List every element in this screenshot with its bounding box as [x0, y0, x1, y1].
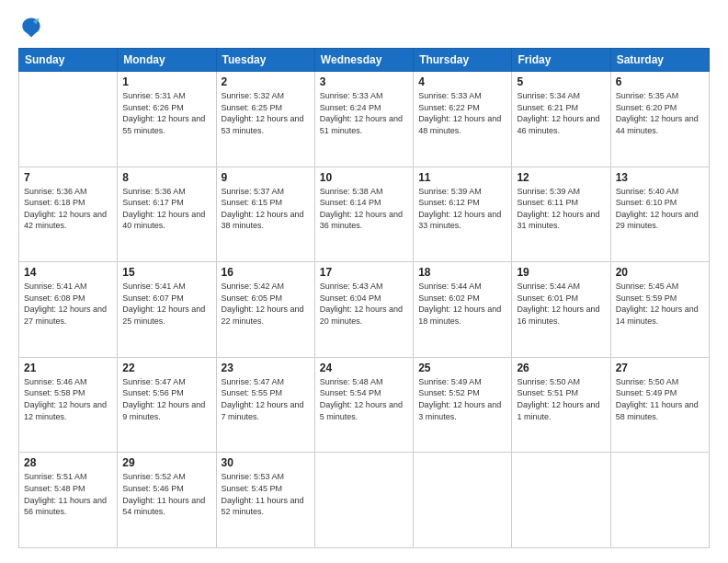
weekday-header-monday: Monday	[118, 49, 216, 72]
cell-info: Sunrise: 5:34 AMSunset: 6:21 PMDaylight:…	[517, 90, 605, 136]
day-number: 18	[418, 266, 506, 279]
day-number: 6	[616, 75, 704, 88]
week-row-1: 1Sunrise: 5:31 AMSunset: 6:26 PMDaylight…	[19, 72, 710, 167]
logo-icon	[18, 15, 44, 40]
cell-info: Sunrise: 5:38 AMSunset: 6:14 PMDaylight:…	[320, 186, 408, 232]
day-number: 17	[320, 266, 408, 279]
day-number: 16	[222, 266, 310, 279]
cell-info: Sunrise: 5:31 AMSunset: 6:26 PMDaylight:…	[122, 90, 210, 136]
day-number: 15	[122, 266, 210, 279]
calendar-cell: 8Sunrise: 5:36 AMSunset: 6:17 PMDaylight…	[118, 167, 216, 262]
calendar-cell: 12Sunrise: 5:39 AMSunset: 6:11 PMDayligh…	[512, 167, 610, 262]
weekday-header-friday: Friday	[512, 49, 610, 72]
day-number: 29	[122, 456, 210, 469]
week-row-4: 21Sunrise: 5:46 AMSunset: 5:58 PMDayligh…	[19, 357, 710, 453]
day-number: 10	[320, 171, 408, 184]
cell-info: Sunrise: 5:46 AMSunset: 5:58 PMDaylight:…	[24, 376, 112, 422]
calendar-cell: 15Sunrise: 5:41 AMSunset: 6:07 PMDayligh…	[118, 262, 216, 358]
day-number: 14	[24, 266, 112, 279]
cell-info: Sunrise: 5:42 AMSunset: 6:05 PMDaylight:…	[222, 281, 310, 327]
cell-info: Sunrise: 5:33 AMSunset: 6:24 PMDaylight:…	[320, 90, 408, 136]
cell-info: Sunrise: 5:41 AMSunset: 6:07 PMDaylight:…	[122, 281, 210, 327]
day-number: 21	[24, 362, 112, 374]
calendar-cell: 11Sunrise: 5:39 AMSunset: 6:12 PMDayligh…	[414, 167, 512, 262]
calendar-cell: 18Sunrise: 5:44 AMSunset: 6:02 PMDayligh…	[414, 262, 512, 358]
calendar-cell: 4Sunrise: 5:33 AMSunset: 6:22 PMDaylight…	[414, 72, 512, 167]
calendar-cell: 29Sunrise: 5:52 AMSunset: 5:46 PMDayligh…	[118, 453, 216, 548]
cell-info: Sunrise: 5:45 AMSunset: 5:59 PMDaylight:…	[616, 281, 704, 327]
cell-info: Sunrise: 5:41 AMSunset: 6:08 PMDaylight:…	[24, 281, 112, 327]
day-number: 9	[222, 171, 310, 184]
calendar-cell	[414, 453, 512, 548]
calendar-cell: 20Sunrise: 5:45 AMSunset: 5:59 PMDayligh…	[610, 262, 709, 358]
day-number: 19	[517, 266, 605, 279]
cell-info: Sunrise: 5:39 AMSunset: 6:11 PMDaylight:…	[517, 186, 605, 232]
week-row-2: 7Sunrise: 5:36 AMSunset: 6:18 PMDaylight…	[19, 167, 710, 262]
calendar-cell: 2Sunrise: 5:32 AMSunset: 6:25 PMDaylight…	[216, 72, 314, 167]
calendar-cell: 1Sunrise: 5:31 AMSunset: 6:26 PMDaylight…	[118, 72, 216, 167]
calendar-cell: 10Sunrise: 5:38 AMSunset: 6:14 PMDayligh…	[314, 167, 413, 262]
calendar-cell: 27Sunrise: 5:50 AMSunset: 5:49 PMDayligh…	[610, 357, 709, 453]
cell-info: Sunrise: 5:33 AMSunset: 6:22 PMDaylight:…	[418, 90, 506, 136]
weekday-header-saturday: Saturday	[610, 49, 709, 72]
calendar-cell: 28Sunrise: 5:51 AMSunset: 5:48 PMDayligh…	[19, 453, 118, 548]
calendar-cell: 21Sunrise: 5:46 AMSunset: 5:58 PMDayligh…	[19, 357, 118, 453]
calendar-cell	[19, 72, 118, 167]
calendar-cell: 14Sunrise: 5:41 AMSunset: 6:08 PMDayligh…	[19, 262, 118, 358]
weekday-header-sunday: Sunday	[19, 49, 118, 72]
calendar-cell: 16Sunrise: 5:42 AMSunset: 6:05 PMDayligh…	[216, 262, 314, 358]
day-number: 5	[517, 75, 605, 88]
day-number: 13	[616, 171, 704, 184]
cell-info: Sunrise: 5:47 AMSunset: 5:55 PMDaylight:…	[222, 376, 310, 422]
calendar-cell: 6Sunrise: 5:35 AMSunset: 6:20 PMDaylight…	[610, 72, 709, 167]
calendar-cell	[314, 453, 413, 548]
calendar-cell: 24Sunrise: 5:48 AMSunset: 5:54 PMDayligh…	[314, 357, 413, 453]
day-number: 30	[222, 456, 310, 469]
weekday-header-row: SundayMondayTuesdayWednesdayThursdayFrid…	[19, 49, 710, 72]
calendar-cell: 26Sunrise: 5:50 AMSunset: 5:51 PMDayligh…	[512, 357, 610, 453]
header	[18, 15, 710, 40]
cell-info: Sunrise: 5:32 AMSunset: 6:25 PMDaylight:…	[222, 90, 310, 136]
calendar-cell: 30Sunrise: 5:53 AMSunset: 5:45 PMDayligh…	[216, 453, 314, 548]
cell-info: Sunrise: 5:36 AMSunset: 6:17 PMDaylight:…	[122, 186, 210, 232]
calendar: SundayMondayTuesdayWednesdayThursdayFrid…	[18, 48, 710, 548]
day-number: 20	[616, 266, 704, 279]
cell-info: Sunrise: 5:44 AMSunset: 6:01 PMDaylight:…	[517, 281, 605, 327]
weekday-header-wednesday: Wednesday	[314, 49, 413, 72]
cell-info: Sunrise: 5:50 AMSunset: 5:51 PMDaylight:…	[517, 376, 605, 422]
logo	[18, 15, 48, 40]
cell-info: Sunrise: 5:40 AMSunset: 6:10 PMDaylight:…	[616, 186, 704, 232]
day-number: 25	[418, 362, 506, 374]
page: SundayMondayTuesdayWednesdayThursdayFrid…	[0, 0, 728, 563]
calendar-cell	[610, 453, 709, 548]
weekday-header-tuesday: Tuesday	[216, 49, 314, 72]
day-number: 28	[24, 456, 112, 469]
cell-info: Sunrise: 5:53 AMSunset: 5:45 PMDaylight:…	[222, 471, 310, 517]
day-number: 7	[24, 171, 112, 184]
calendar-cell	[512, 453, 610, 548]
day-number: 12	[517, 171, 605, 184]
cell-info: Sunrise: 5:52 AMSunset: 5:46 PMDaylight:…	[122, 471, 210, 517]
calendar-cell: 23Sunrise: 5:47 AMSunset: 5:55 PMDayligh…	[216, 357, 314, 453]
day-number: 27	[616, 362, 704, 374]
cell-info: Sunrise: 5:37 AMSunset: 6:15 PMDaylight:…	[222, 186, 310, 232]
calendar-cell: 22Sunrise: 5:47 AMSunset: 5:56 PMDayligh…	[118, 357, 216, 453]
cell-info: Sunrise: 5:49 AMSunset: 5:52 PMDaylight:…	[418, 376, 506, 422]
calendar-cell: 17Sunrise: 5:43 AMSunset: 6:04 PMDayligh…	[314, 262, 413, 358]
day-number: 24	[320, 362, 408, 374]
cell-info: Sunrise: 5:44 AMSunset: 6:02 PMDaylight:…	[418, 281, 506, 327]
cell-info: Sunrise: 5:35 AMSunset: 6:20 PMDaylight:…	[616, 90, 704, 136]
day-number: 11	[418, 171, 506, 184]
day-number: 4	[418, 75, 506, 88]
day-number: 3	[320, 75, 408, 88]
cell-info: Sunrise: 5:50 AMSunset: 5:49 PMDaylight:…	[616, 376, 704, 422]
cell-info: Sunrise: 5:47 AMSunset: 5:56 PMDaylight:…	[122, 376, 210, 422]
day-number: 22	[122, 362, 210, 374]
calendar-cell: 3Sunrise: 5:33 AMSunset: 6:24 PMDaylight…	[314, 72, 413, 167]
calendar-cell: 5Sunrise: 5:34 AMSunset: 6:21 PMDaylight…	[512, 72, 610, 167]
cell-info: Sunrise: 5:48 AMSunset: 5:54 PMDaylight:…	[320, 376, 408, 422]
day-number: 2	[222, 75, 310, 88]
calendar-cell: 9Sunrise: 5:37 AMSunset: 6:15 PMDaylight…	[216, 167, 314, 262]
day-number: 26	[517, 362, 605, 374]
calendar-cell: 19Sunrise: 5:44 AMSunset: 6:01 PMDayligh…	[512, 262, 610, 358]
